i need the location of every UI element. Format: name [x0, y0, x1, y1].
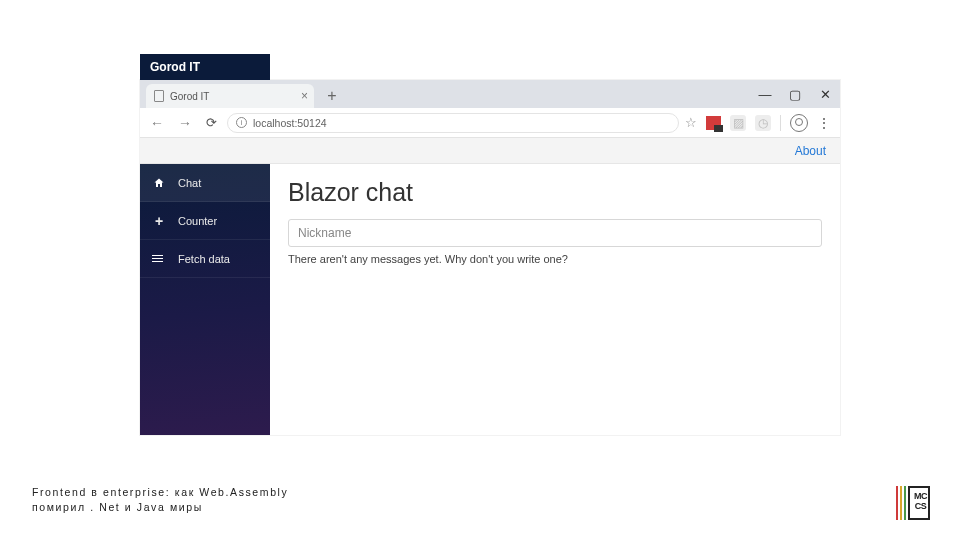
new-tab-button[interactable]: +	[322, 86, 342, 106]
about-link[interactable]: About	[795, 144, 826, 158]
logo: MCCS	[896, 486, 930, 520]
address-bar[interactable]: i localhost:50124	[227, 113, 679, 133]
extension-icon[interactable]: ▨	[730, 115, 746, 131]
close-tab-icon[interactable]: ×	[301, 89, 308, 103]
logo-letters: MCCS	[914, 491, 927, 511]
browser-tab[interactable]: Gorod IT ×	[146, 84, 314, 108]
app-header: Gorod IT About	[140, 138, 840, 164]
browser-window: Gorod IT × + — ▢ ✕ ← → ⟳ i localhost:501…	[140, 80, 840, 435]
sidebar-item-label: Counter	[178, 215, 217, 227]
sidebar-item-fetch-data[interactable]: Fetch data	[140, 240, 270, 278]
sidebar: Chat + Counter Fetch data	[140, 164, 270, 435]
nickname-placeholder: Nickname	[298, 226, 351, 240]
page-heading: Blazor chat	[288, 178, 822, 207]
extension-badge-icon[interactable]	[706, 116, 721, 130]
home-icon	[152, 177, 166, 189]
extension-icon-2[interactable]: ◷	[755, 115, 771, 131]
url-toolbar: ← → ⟳ i localhost:50124 ☆ ▨ ◷ ⋮	[140, 108, 840, 138]
caption-line-1: Frontend в enterprise: как Web.Assembly	[32, 485, 288, 501]
slide-caption: Frontend в enterprise: как Web.Assembly …	[32, 485, 288, 517]
tab-strip: Gorod IT × + — ▢ ✕	[140, 80, 840, 108]
page-content: Gorod IT About Chat + Counter Fetch data	[140, 138, 840, 435]
minimize-button[interactable]: —	[750, 87, 780, 102]
bookmark-icon[interactable]: ☆	[685, 115, 697, 130]
toolbar-divider	[780, 115, 781, 131]
tab-title: Gorod IT	[170, 91, 209, 102]
empty-state-text: There aren't any messages yet. Why don't…	[288, 253, 822, 265]
main-panel: Blazor chat Nickname There aren't any me…	[270, 164, 840, 435]
sidebar-item-chat[interactable]: Chat	[140, 164, 270, 202]
caption-line-2: помирил . Net и Java миры	[32, 500, 288, 516]
nickname-input[interactable]: Nickname	[288, 219, 822, 247]
profile-avatar-icon[interactable]	[790, 114, 808, 132]
maximize-button[interactable]: ▢	[780, 87, 810, 102]
back-button[interactable]: ←	[146, 115, 168, 131]
sidebar-item-counter[interactable]: + Counter	[140, 202, 270, 240]
toolbar-right: ☆ ▨ ◷ ⋮	[685, 114, 834, 132]
sidebar-item-label: Fetch data	[178, 253, 230, 265]
site-info-icon[interactable]: i	[236, 117, 247, 128]
page-icon	[154, 90, 164, 102]
forward-button[interactable]: →	[174, 115, 196, 131]
close-window-button[interactable]: ✕	[810, 87, 840, 102]
list-icon	[152, 255, 166, 263]
app-title: Gorod IT	[140, 54, 270, 80]
sidebar-item-label: Chat	[178, 177, 201, 189]
browser-menu-icon[interactable]: ⋮	[817, 115, 830, 131]
window-controls: — ▢ ✕	[750, 80, 840, 108]
plus-icon: +	[152, 213, 166, 229]
app-body: Chat + Counter Fetch data Blazor chat Ni…	[140, 164, 840, 435]
url-text: localhost:50124	[253, 117, 327, 129]
reload-button[interactable]: ⟳	[202, 115, 221, 130]
